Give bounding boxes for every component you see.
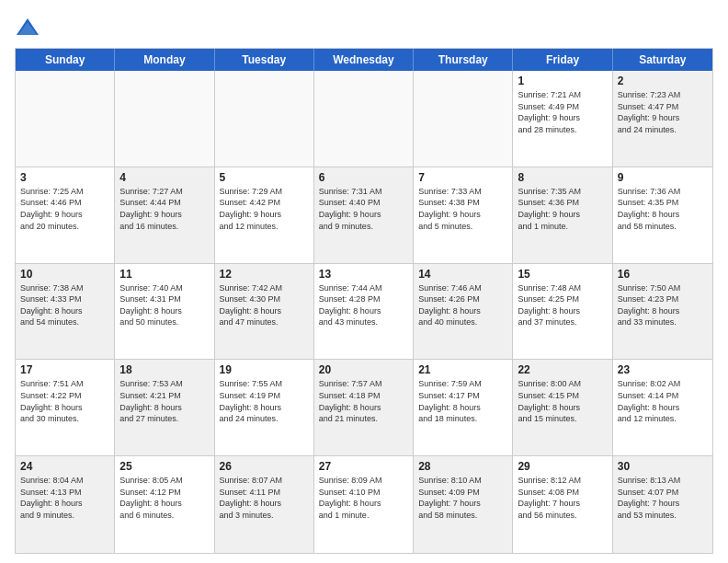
header-day-sunday: Sunday	[16, 49, 115, 71]
day-number: 11	[119, 268, 209, 281]
day-number: 13	[319, 268, 408, 281]
day-number: 30	[618, 460, 708, 473]
calendar-cell: 4Sunrise: 7:27 AM Sunset: 4:44 PM Daylig…	[115, 167, 214, 263]
day-number: 14	[418, 268, 507, 281]
day-number: 5	[220, 171, 309, 184]
day-info: Sunrise: 7:40 AM Sunset: 4:31 PM Dayligh…	[119, 282, 209, 328]
day-number: 1	[518, 75, 607, 87]
calendar-cell: 1Sunrise: 7:21 AM Sunset: 4:49 PM Daylig…	[513, 71, 612, 167]
header-day-monday: Monday	[115, 49, 214, 71]
day-info: Sunrise: 7:44 AM Sunset: 4:28 PM Dayligh…	[319, 282, 408, 328]
day-info: Sunrise: 8:02 AM Sunset: 4:14 PM Dayligh…	[618, 378, 708, 424]
calendar-cell: 2Sunrise: 7:23 AM Sunset: 4:47 PM Daylig…	[613, 71, 712, 167]
header-day-friday: Friday	[513, 49, 612, 71]
calendar-cell: 29Sunrise: 8:12 AM Sunset: 4:08 PM Dayli…	[513, 456, 612, 553]
day-info: Sunrise: 7:31 AM Sunset: 4:40 PM Dayligh…	[319, 186, 408, 232]
day-number: 7	[418, 171, 507, 184]
day-number: 10	[20, 268, 109, 281]
day-number: 26	[220, 460, 309, 473]
calendar-cell: 7Sunrise: 7:33 AM Sunset: 4:38 PM Daylig…	[414, 167, 513, 263]
day-number: 23	[618, 363, 708, 376]
calendar-header: SundayMondayTuesdayWednesdayThursdayFrid…	[16, 49, 712, 71]
calendar-cell: 13Sunrise: 7:44 AM Sunset: 4:28 PM Dayli…	[314, 264, 414, 360]
calendar-cell	[314, 71, 414, 167]
day-info: Sunrise: 8:10 AM Sunset: 4:09 PM Dayligh…	[418, 475, 507, 521]
day-info: Sunrise: 7:21 AM Sunset: 4:49 PM Dayligh…	[518, 89, 607, 135]
day-number: 15	[518, 268, 607, 281]
calendar-cell: 10Sunrise: 7:38 AM Sunset: 4:33 PM Dayli…	[16, 264, 115, 360]
day-info: Sunrise: 8:04 AM Sunset: 4:13 PM Dayligh…	[20, 475, 109, 521]
day-number: 18	[119, 363, 209, 376]
calendar-body: 1Sunrise: 7:21 AM Sunset: 4:49 PM Daylig…	[16, 71, 712, 553]
calendar-cell: 5Sunrise: 7:29 AM Sunset: 4:42 PM Daylig…	[215, 167, 314, 263]
calendar-cell: 12Sunrise: 7:42 AM Sunset: 4:30 PM Dayli…	[215, 264, 314, 360]
day-number: 24	[20, 460, 109, 473]
calendar: SundayMondayTuesdayWednesdayThursdayFrid…	[15, 48, 713, 554]
calendar-cell: 11Sunrise: 7:40 AM Sunset: 4:31 PM Dayli…	[115, 264, 214, 360]
calendar-cell: 9Sunrise: 7:36 AM Sunset: 4:35 PM Daylig…	[613, 167, 712, 263]
day-info: Sunrise: 7:51 AM Sunset: 4:22 PM Dayligh…	[20, 378, 109, 424]
calendar-cell: 19Sunrise: 7:55 AM Sunset: 4:19 PM Dayli…	[215, 360, 314, 455]
day-number: 25	[119, 460, 209, 473]
day-info: Sunrise: 7:59 AM Sunset: 4:17 PM Dayligh…	[418, 378, 507, 424]
calendar-row-2: 10Sunrise: 7:38 AM Sunset: 4:33 PM Dayli…	[16, 264, 712, 361]
header-day-thursday: Thursday	[414, 49, 513, 71]
day-info: Sunrise: 7:35 AM Sunset: 4:36 PM Dayligh…	[518, 186, 607, 232]
day-info: Sunrise: 7:33 AM Sunset: 4:38 PM Dayligh…	[418, 186, 507, 232]
logo	[15, 15, 44, 40]
day-info: Sunrise: 7:38 AM Sunset: 4:33 PM Dayligh…	[20, 282, 109, 328]
calendar-row-3: 17Sunrise: 7:51 AM Sunset: 4:22 PM Dayli…	[16, 360, 712, 456]
calendar-cell	[414, 71, 513, 167]
calendar-cell: 27Sunrise: 8:09 AM Sunset: 4:10 PM Dayli…	[314, 456, 414, 553]
calendar-cell: 24Sunrise: 8:04 AM Sunset: 4:13 PM Dayli…	[16, 456, 115, 553]
calendar-cell: 20Sunrise: 7:57 AM Sunset: 4:18 PM Dayli…	[314, 360, 414, 455]
day-number: 20	[319, 363, 408, 376]
calendar-cell: 22Sunrise: 8:00 AM Sunset: 4:15 PM Dayli…	[513, 360, 612, 455]
day-number: 8	[518, 171, 607, 184]
header-day-tuesday: Tuesday	[215, 49, 314, 71]
header	[15, 15, 713, 40]
day-info: Sunrise: 7:23 AM Sunset: 4:47 PM Dayligh…	[618, 89, 708, 135]
calendar-cell: 8Sunrise: 7:35 AM Sunset: 4:36 PM Daylig…	[513, 167, 612, 263]
day-number: 19	[220, 363, 309, 376]
day-number: 12	[220, 268, 309, 281]
calendar-cell: 16Sunrise: 7:50 AM Sunset: 4:23 PM Dayli…	[613, 264, 712, 360]
day-info: Sunrise: 7:42 AM Sunset: 4:30 PM Dayligh…	[220, 282, 309, 328]
day-info: Sunrise: 7:29 AM Sunset: 4:42 PM Dayligh…	[220, 186, 309, 232]
day-info: Sunrise: 7:57 AM Sunset: 4:18 PM Dayligh…	[319, 378, 408, 424]
calendar-cell: 6Sunrise: 7:31 AM Sunset: 4:40 PM Daylig…	[314, 167, 414, 263]
day-number: 4	[119, 171, 209, 184]
day-info: Sunrise: 7:48 AM Sunset: 4:25 PM Dayligh…	[518, 282, 607, 328]
day-number: 2	[618, 75, 708, 87]
day-info: Sunrise: 8:13 AM Sunset: 4:07 PM Dayligh…	[618, 475, 708, 521]
day-info: Sunrise: 7:25 AM Sunset: 4:46 PM Dayligh…	[20, 186, 109, 232]
calendar-cell: 18Sunrise: 7:53 AM Sunset: 4:21 PM Dayli…	[115, 360, 214, 455]
calendar-cell: 21Sunrise: 7:59 AM Sunset: 4:17 PM Dayli…	[414, 360, 513, 455]
day-info: Sunrise: 7:27 AM Sunset: 4:44 PM Dayligh…	[119, 186, 209, 232]
calendar-cell: 28Sunrise: 8:10 AM Sunset: 4:09 PM Dayli…	[414, 456, 513, 553]
day-number: 17	[20, 363, 109, 376]
day-number: 29	[518, 460, 607, 473]
day-number: 16	[618, 268, 708, 281]
calendar-cell: 30Sunrise: 8:13 AM Sunset: 4:07 PM Dayli…	[613, 456, 712, 553]
header-day-wednesday: Wednesday	[314, 49, 414, 71]
day-info: Sunrise: 7:55 AM Sunset: 4:19 PM Dayligh…	[220, 378, 309, 424]
calendar-cell: 14Sunrise: 7:46 AM Sunset: 4:26 PM Dayli…	[414, 264, 513, 360]
day-info: Sunrise: 7:50 AM Sunset: 4:23 PM Dayligh…	[618, 282, 708, 328]
calendar-cell: 15Sunrise: 7:48 AM Sunset: 4:25 PM Dayli…	[513, 264, 612, 360]
day-number: 21	[418, 363, 507, 376]
calendar-row-1: 3Sunrise: 7:25 AM Sunset: 4:46 PM Daylig…	[16, 167, 712, 264]
day-number: 3	[20, 171, 109, 184]
calendar-cell	[215, 71, 314, 167]
calendar-cell: 3Sunrise: 7:25 AM Sunset: 4:46 PM Daylig…	[16, 167, 115, 263]
day-number: 27	[319, 460, 408, 473]
day-number: 9	[618, 171, 708, 184]
day-info: Sunrise: 8:07 AM Sunset: 4:11 PM Dayligh…	[220, 475, 309, 521]
day-number: 6	[319, 171, 408, 184]
day-info: Sunrise: 8:12 AM Sunset: 4:08 PM Dayligh…	[518, 475, 607, 521]
calendar-row-0: 1Sunrise: 7:21 AM Sunset: 4:49 PM Daylig…	[16, 71, 712, 167]
day-info: Sunrise: 8:05 AM Sunset: 4:12 PM Dayligh…	[119, 475, 209, 521]
day-info: Sunrise: 7:53 AM Sunset: 4:21 PM Dayligh…	[119, 378, 209, 424]
calendar-cell	[115, 71, 214, 167]
calendar-row-4: 24Sunrise: 8:04 AM Sunset: 4:13 PM Dayli…	[16, 456, 712, 553]
